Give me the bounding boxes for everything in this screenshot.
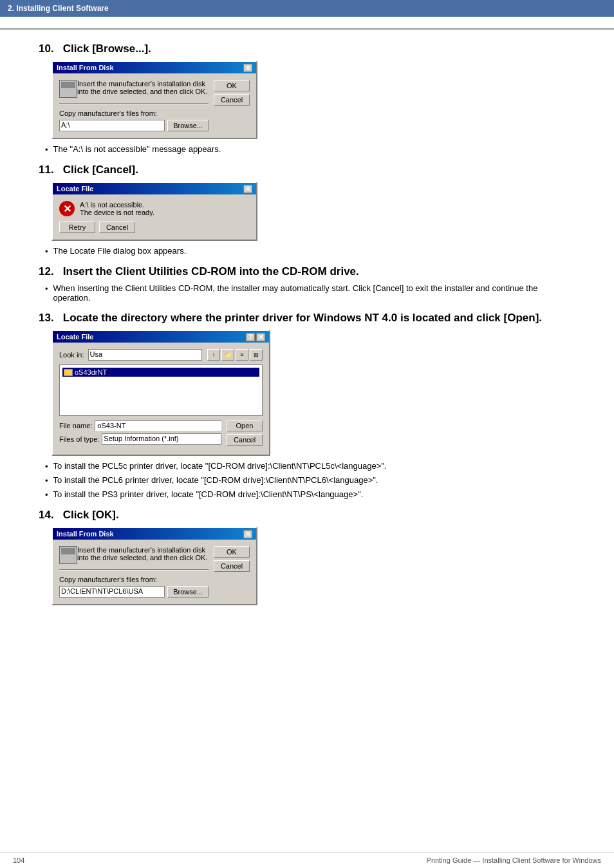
step-13-number: 13.	[39, 312, 54, 324]
dialog-title-1: Install From Disk	[57, 64, 114, 71]
dialog-close-1[interactable]: ✕	[243, 64, 252, 72]
cancel-button-1[interactable]: Cancel	[214, 94, 250, 106]
dialog-main-1: Insert the manufacturer's installation d…	[59, 80, 209, 131]
toolbar-icons: ↑ 📁 ≡ ⊞	[207, 349, 263, 361]
dialog-row-4: Insert the manufacturer's installation d…	[59, 546, 209, 564]
retry-button[interactable]: Retry	[59, 222, 95, 233]
dialog-title-2: Locate File	[57, 185, 93, 193]
side-buttons-1: OK Cancel	[214, 80, 250, 131]
step-13-bullet-2: • To install the PS3 printer driver, loc…	[45, 489, 575, 500]
locate-file-dialog-2: Locate File ? ✕ Look in: Usa ↑ 📁 ≡	[51, 330, 270, 456]
file-list-area: oS43drNT	[59, 364, 263, 416]
bullet-dot-12-0: •	[45, 284, 48, 303]
dialog-titlebar-3: Locate File ? ✕	[53, 331, 269, 343]
step-11: 11. Click [Cancel]. Locate File ✕ ✕ A:\ …	[39, 164, 575, 256]
step-13-screenshot: Locate File ? ✕ Look in: Usa ↑ 📁 ≡	[51, 330, 575, 456]
step-10: 10. Click [Browse...]. Install From Disk…	[39, 42, 575, 155]
step-12-text: Insert the Client Utilities CD-ROM into …	[63, 265, 359, 278]
copy-label-4: Copy manufacturer's files from:	[59, 576, 209, 583]
error-row: ✕ A:\ is not accessible. The device is n…	[59, 201, 250, 216]
dialog-titlebar-2: Locate File ✕	[53, 183, 256, 194]
step-10-screenshot: Install From Disk ✕ Insert the manufactu…	[51, 61, 575, 139]
dialog-close-2[interactable]: ✕	[243, 185, 252, 193]
floppy-icon-4	[59, 546, 77, 564]
locate-file-dialog-error: Locate File ✕ ✕ A:\ is not accessible. T…	[51, 182, 257, 241]
step-14-number: 14.	[39, 509, 54, 521]
toolbar-up[interactable]: ↑	[207, 349, 220, 361]
step-13-heading: 13. Locate the directory where the print…	[39, 312, 575, 325]
dialog-title-3: Locate File	[57, 333, 93, 341]
side-buttons-4: OK Cancel	[214, 546, 250, 598]
dialog-text-4: Insert the manufacturer's installation d…	[77, 546, 209, 561]
step-11-heading: 11. Click [Cancel].	[39, 164, 575, 176]
step-11-text: Click [Cancel].	[63, 164, 138, 176]
look-in-row: Look in: Usa ↑ 📁 ≡ ⊞	[59, 349, 263, 361]
browse-button-1[interactable]: Browse...	[167, 120, 209, 131]
look-in-select[interactable]: Usa	[88, 349, 202, 361]
step-10-bullet: • The "A:\ is not accessible" message ap…	[45, 144, 575, 155]
footer-page-number: 104	[13, 856, 24, 864]
step-13-bullet-text-0: To install the PCL5c printer driver, loc…	[53, 461, 387, 471]
step-14-text: Click [OK].	[63, 509, 119, 521]
bullet-dot-13-2: •	[45, 490, 48, 500]
copy-input-row-4: D:\CLIENT\NT\PCL6\USA Browse...	[59, 586, 209, 598]
bullet-dot-11: •	[45, 247, 48, 256]
dialog-main-4: Insert the manufacturer's installation d…	[59, 546, 209, 598]
files-of-type-select[interactable]: Setup Information (*.inf)	[102, 433, 221, 445]
file-entry-0[interactable]: oS43drNT	[62, 368, 259, 377]
footer-guide-title: Printing Guide — Installing Client Softw…	[427, 856, 601, 864]
step-12-heading: 12. Insert the Client Utilities CD-ROM i…	[39, 265, 575, 278]
browse-button-4[interactable]: Browse...	[167, 586, 209, 598]
copy-value-select-1[interactable]: A:\	[59, 120, 165, 131]
dialog-titlebar-1: Install From Disk ✕	[53, 62, 256, 73]
folder-icon-0	[64, 369, 73, 376]
error-line1: A:\ is not accessible.	[80, 201, 154, 209]
copy-value-select-4[interactable]: D:\CLIENT\NT\PCL6\USA	[59, 586, 165, 598]
error-text: A:\ is not accessible. The device is not…	[80, 201, 154, 216]
step-13: 13. Locate the directory where the print…	[39, 312, 575, 500]
ok-button-4[interactable]: OK	[214, 546, 250, 558]
dialog-body-1: Insert the manufacturer's installation d…	[53, 73, 256, 138]
filename-input[interactable]: oS43-NT	[95, 420, 221, 431]
step-11-bullet-text: The Locate File dialog box appears.	[53, 246, 187, 256]
toolbar-grid[interactable]: ⊞	[250, 349, 263, 361]
ok-button-1[interactable]: OK	[214, 80, 250, 91]
separator-1	[59, 103, 209, 104]
install-from-disk-dialog-2: Install From Disk ✕ Insert the manufactu…	[51, 527, 257, 605]
step-13-bullet-0: • To install the PCL5c printer driver, l…	[45, 461, 575, 471]
step-12: 12. Insert the Client Utilities CD-ROM i…	[39, 265, 575, 303]
step-12-bullet-text-0: When inserting the Client Utilities CD-R…	[53, 283, 575, 303]
step-10-text: Click [Browse...].	[63, 42, 151, 55]
step-13-bullet-1: • To install the PCL6 printer driver, lo…	[45, 475, 575, 486]
toolbar-detail[interactable]: ≡	[236, 349, 248, 361]
bullet-dot-10: •	[45, 145, 48, 155]
footer-bar: 104 Printing Guide — Installing Client S…	[0, 852, 614, 868]
files-of-type-label: Files of type:	[59, 435, 99, 443]
toolbar-new[interactable]: 📁	[221, 349, 234, 361]
dialog-body-4: Insert the manufacturer's installation d…	[53, 540, 256, 604]
dialog-close-3[interactable]: ✕	[256, 333, 265, 341]
floppy-icon-1	[59, 80, 77, 98]
step-12-number: 12.	[39, 265, 54, 278]
dialog-body-2: ✕ A:\ is not accessible. The device is n…	[53, 194, 256, 240]
step-10-heading: 10. Click [Browse...].	[39, 42, 575, 55]
error-line2: The device is not ready.	[80, 209, 154, 216]
bullet-dot-13-0: •	[45, 462, 48, 471]
top-divider	[0, 28, 614, 30]
dialog-row-1: Insert the manufacturer's installation d…	[59, 80, 209, 98]
cancel-button-2[interactable]: Cancel	[99, 222, 135, 233]
cancel-button-4[interactable]: Cancel	[214, 560, 250, 572]
copy-label-1: Copy manufacturer's files from:	[59, 109, 209, 117]
step-12-bullet-0: • When inserting the Client Utilities CD…	[45, 283, 575, 303]
filename-row: File name: oS43-NT Files of type: Setup …	[59, 420, 263, 446]
step-14-screenshot: Install From Disk ✕ Insert the manufactu…	[51, 527, 575, 605]
step-11-number: 11.	[39, 164, 54, 176]
bullet-dot-13-1: •	[45, 476, 48, 486]
file-entry-name-0: oS43drNT	[75, 368, 107, 376]
step-11-bullet: • The Locate File dialog box appears.	[45, 246, 575, 256]
step-10-number: 10.	[39, 42, 54, 55]
open-button[interactable]: Open	[227, 420, 263, 431]
dialog-close-4[interactable]: ✕	[243, 530, 252, 538]
dialog-help-3[interactable]: ?	[246, 333, 255, 341]
cancel-button-3[interactable]: Cancel	[227, 434, 263, 446]
